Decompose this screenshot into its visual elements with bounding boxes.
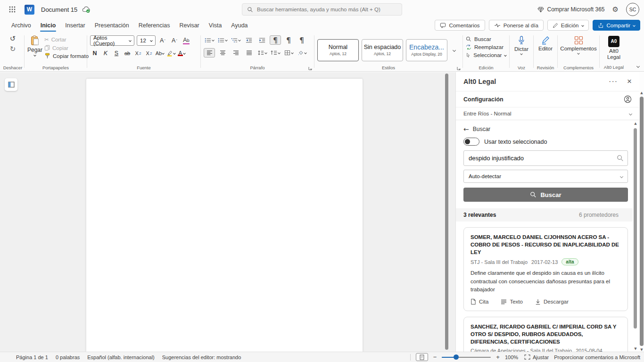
navigation-pane-toggle[interactable] xyxy=(5,78,17,91)
undo-button[interactable]: ↺ xyxy=(10,35,16,42)
fit-to-page-button[interactable]: Ajustar xyxy=(524,354,549,360)
back-button[interactable]: ← Buscar xyxy=(463,125,628,133)
document-scrollbar-thumb[interactable] xyxy=(445,74,448,350)
addins-button[interactable]: Complementos xyxy=(560,46,596,51)
bullet-list-button[interactable] xyxy=(204,35,215,45)
window-scrollbar-thumb[interactable] xyxy=(640,97,644,346)
tab-insertar[interactable]: Insertar xyxy=(60,20,90,31)
zoom-percentage[interactable]: 100% xyxy=(505,354,519,360)
styles-gallery-chevron[interactable] xyxy=(453,48,456,51)
text-highlight-button[interactable] xyxy=(166,49,175,58)
clear-formatting-button[interactable]: Ab xyxy=(182,36,191,45)
style-normal[interactable]: Normal Aptos, 12 xyxy=(317,39,359,61)
cloud-saved-icon[interactable] xyxy=(82,6,91,13)
zoom-out-button[interactable]: − xyxy=(433,354,437,361)
find-button[interactable]: Buscar xyxy=(466,36,506,42)
line-spacing-button[interactable] xyxy=(256,48,268,58)
query-input[interactable] xyxy=(463,150,628,166)
align-right-button[interactable] xyxy=(230,48,241,58)
strikethrough-button[interactable]: ab xyxy=(123,49,132,58)
copy-button[interactable]: Copiar xyxy=(44,45,89,51)
global-search-input[interactable] xyxy=(257,7,397,12)
search-button[interactable]: Buscar xyxy=(463,188,628,202)
document-page[interactable] xyxy=(86,79,363,352)
share-button[interactable]: Compartir xyxy=(593,20,640,31)
tab-inicio[interactable]: Inicio xyxy=(36,20,61,31)
zoom-in-button[interactable]: + xyxy=(496,354,500,361)
search-icon[interactable] xyxy=(617,155,624,162)
settings-gear-icon[interactable]: ⚙ xyxy=(612,5,619,14)
grow-font-button[interactable]: Aˆ xyxy=(158,36,167,45)
decrease-indent-button[interactable] xyxy=(243,35,255,45)
bold-button[interactable]: N xyxy=(90,49,99,58)
tab-ayuda[interactable]: Ayuda xyxy=(226,20,252,31)
right-to-left-text-button[interactable]: ¶ xyxy=(283,35,294,45)
zoom-slider-knob[interactable] xyxy=(454,354,459,360)
styles-dialog-launcher[interactable] xyxy=(457,66,461,70)
redo-button[interactable]: ↻ xyxy=(10,46,16,53)
global-search-box[interactable] xyxy=(242,3,402,16)
paragraph-spacing-button[interactable] xyxy=(270,48,281,58)
window-scrollbar[interactable]: ▲ ▼ xyxy=(639,72,644,352)
shrink-font-button[interactable]: Aˇ xyxy=(170,36,179,45)
feedback-link[interactable]: Proporcionar comentarios a Microsoft xyxy=(554,354,640,360)
app-launcher-icon[interactable] xyxy=(5,2,20,17)
dictate-button[interactable]: Dictar xyxy=(514,46,528,52)
font-family-select[interactable]: Aptos (Cuerpo) xyxy=(90,35,134,46)
buy-microsoft365-button[interactable]: Comprar Microsoft 365 xyxy=(537,6,605,13)
show-paragraph-marks-button[interactable]: ¶ xyxy=(296,35,307,45)
select-button[interactable]: Seleccionar xyxy=(466,52,506,58)
scroll-up-arrow[interactable]: ▲ xyxy=(639,91,644,95)
account-icon[interactable] xyxy=(624,95,632,103)
mode-select[interactable]: Auto-detectar xyxy=(463,170,628,183)
scroll-down-arrow[interactable]: ▼ xyxy=(639,348,644,352)
pane-scrollbar[interactable]: ▲ ▼ xyxy=(633,122,638,351)
zoom-slider[interactable] xyxy=(442,354,491,360)
page-indicator[interactable]: Página 1 de 1 xyxy=(16,354,48,360)
font-color-button[interactable]: A xyxy=(177,49,186,58)
borders-button[interactable] xyxy=(283,48,294,58)
alt0-legal-button[interactable]: Alt0Legal xyxy=(607,48,620,60)
left-to-right-text-button[interactable]: ¶ xyxy=(270,35,281,45)
superscript-button[interactable]: X2 xyxy=(144,49,154,58)
download-button[interactable]: Descargar xyxy=(535,299,569,305)
document-scrollbar[interactable] xyxy=(445,74,449,350)
scroll-down-arrow[interactable]: ▼ xyxy=(633,347,638,351)
subscript-button[interactable]: X2 xyxy=(133,49,143,58)
align-center-button[interactable] xyxy=(217,48,228,58)
tab-revisar[interactable]: Revisar xyxy=(174,20,204,31)
font-size-select[interactable]: 12 xyxy=(137,35,156,46)
replace-button[interactable]: Reemplazar xyxy=(466,44,506,50)
style-heading1[interactable]: Encabeza... Aptos Display, 20 xyxy=(406,39,447,61)
account-avatar[interactable]: SC xyxy=(626,3,639,16)
style-no-spacing[interactable]: Sin espaciado Aptos, 12 xyxy=(362,39,403,61)
format-painter-button[interactable]: Copiar formato xyxy=(44,53,89,59)
use-selected-text-toggle[interactable] xyxy=(463,138,479,146)
word-count[interactable]: 0 palabras xyxy=(56,354,80,360)
paragraph-dialog-launcher[interactable] xyxy=(308,66,312,70)
catch-up-button[interactable]: Ponerse al día xyxy=(489,20,544,31)
text-button[interactable]: Texto xyxy=(501,299,523,304)
underline-button[interactable]: S xyxy=(112,49,121,58)
numbered-list-button[interactable] xyxy=(217,35,228,45)
pane-more-options-icon[interactable]: ··· xyxy=(609,77,618,86)
justify-button[interactable] xyxy=(243,48,255,58)
tab-presentacion[interactable]: Presentación xyxy=(90,20,134,31)
multilevel-list-button[interactable] xyxy=(230,35,241,45)
collapse-ribbon-chevron[interactable] xyxy=(636,65,640,68)
editing-mode-button[interactable]: Edición xyxy=(547,20,589,31)
pane-scrollbar-thumb[interactable] xyxy=(634,128,637,329)
editor-button[interactable]: Editor xyxy=(538,46,553,51)
comments-button[interactable]: Comentarios xyxy=(435,20,485,31)
tab-referencias[interactable]: Referencias xyxy=(134,20,175,31)
document-title[interactable]: Document 15 xyxy=(41,6,77,13)
text-effects-button[interactable]: Ab xyxy=(155,49,165,58)
italic-button[interactable]: K xyxy=(101,49,110,58)
jurisdiction-select[interactable]: Entre Ríos - Normal xyxy=(456,107,639,120)
promising-count[interactable]: 6 prometedores xyxy=(579,212,619,218)
page-view-button[interactable] xyxy=(416,353,428,361)
tab-archivo[interactable]: Archivo xyxy=(7,20,36,31)
tab-vista[interactable]: Vista xyxy=(204,20,227,31)
scroll-up-arrow[interactable]: ▲ xyxy=(633,122,638,125)
increase-indent-button[interactable] xyxy=(256,35,268,45)
